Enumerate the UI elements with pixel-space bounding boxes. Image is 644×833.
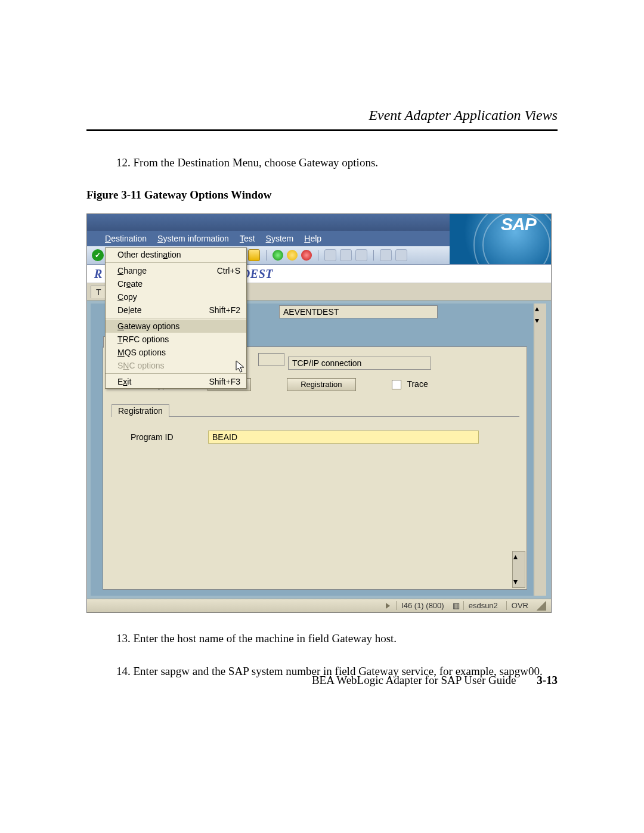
- trace-checkbox[interactable]: [392, 380, 401, 389]
- status-mode: OVR: [506, 601, 533, 610]
- find-icon[interactable]: [340, 249, 352, 261]
- menu-item-snc-options: SNC options: [106, 359, 246, 372]
- destination-field[interactable]: AEVENTDEST: [279, 305, 438, 318]
- header-rule: [86, 129, 558, 131]
- shortcut-icon[interactable]: [395, 249, 407, 261]
- program-id-field[interactable]: BEAID: [208, 431, 479, 444]
- footer-doc-title: BEA WebLogic Adapter for SAP User Guide: [312, 674, 516, 686]
- panel-scroll-down-icon[interactable]: ▾: [513, 577, 524, 587]
- menu-help[interactable]: Help: [304, 234, 321, 243]
- status-layout-icon[interactable]: ▥: [453, 601, 460, 610]
- destination-field-row: AEVENTDEST: [279, 305, 438, 318]
- menu-item-create[interactable]: Create: [106, 277, 246, 290]
- vertical-scrollbar[interactable]: ▴ ▾: [534, 304, 546, 596]
- destination-menu-dropdown: Other destination Change Ctrl+S Create C…: [105, 247, 247, 389]
- resize-grip-icon[interactable]: [537, 601, 546, 611]
- back-icon[interactable]: [273, 250, 283, 261]
- cancel-icon[interactable]: [301, 250, 312, 261]
- figure-caption: Figure 3-11 Gateway Options Window: [86, 188, 558, 202]
- exit-icon[interactable]: [287, 250, 298, 261]
- panel-scroll-up-icon[interactable]: ▴: [513, 552, 524, 562]
- sap-logo-text: SAP: [501, 214, 536, 234]
- scroll-up-icon[interactable]: ▴: [535, 304, 546, 314]
- menu-test[interactable]: Test: [240, 234, 255, 243]
- window-titlebar: SAP: [87, 214, 551, 231]
- menu-item-delete[interactable]: Delete Shift+F2: [106, 304, 246, 317]
- menu-system-information[interactable]: System information: [157, 234, 229, 243]
- program-id-label: Program ID: [131, 432, 208, 442]
- registration-tab[interactable]: Registration: [112, 404, 169, 417]
- sap-screenshot: SAP Destination System information Test …: [86, 213, 552, 613]
- page-footer: BEA WebLogic Adapter for SAP User Guide …: [312, 674, 558, 687]
- menu-item-change[interactable]: Change Ctrl+S: [106, 264, 246, 277]
- sap-logo-area: SAP: [450, 214, 551, 264]
- menu-system[interactable]: System: [266, 234, 294, 243]
- menu-item-mqs-options[interactable]: MQS options: [106, 346, 246, 359]
- menu-item-trfc-options[interactable]: TRFC options: [106, 333, 246, 346]
- registration-button[interactable]: Registration: [287, 378, 355, 391]
- connection-type-field[interactable]: TCP/IP connection: [288, 357, 431, 370]
- footer-page-number: 3-13: [537, 674, 558, 686]
- step-13: 13. Enter the host name of the machine i…: [116, 631, 558, 646]
- menu-item-exit[interactable]: Exit Shift+F3: [106, 375, 246, 388]
- page-header-title: Event Adapter Application Views: [86, 107, 558, 123]
- menu-item-copy[interactable]: Copy: [106, 290, 246, 304]
- cursor-icon: [236, 360, 246, 374]
- connection-type-code-field[interactable]: [258, 353, 284, 366]
- trace-label: Trace: [407, 379, 428, 389]
- status-expand-icon[interactable]: [386, 603, 390, 609]
- secondary-tab[interactable]: T: [91, 286, 107, 298]
- status-session: I46 (1) (800): [396, 601, 449, 610]
- scroll-down-icon[interactable]: ▾: [535, 315, 546, 326]
- menu-item-other-destination[interactable]: Other destination: [106, 248, 246, 261]
- menu-destination[interactable]: Destination: [105, 234, 147, 243]
- find-next-icon[interactable]: [355, 249, 367, 261]
- save-icon[interactable]: [248, 249, 260, 261]
- step-12: 12. From the Destination Menu, choose Ga…: [116, 155, 558, 171]
- panel-scrollbar[interactable]: ▴ ▾: [512, 551, 525, 588]
- print-icon[interactable]: [324, 249, 336, 261]
- menu-item-gateway-options[interactable]: Gateway options: [106, 320, 246, 333]
- enter-icon[interactable]: ✓: [92, 249, 104, 261]
- statusbar: I46 (1) (800) ▥ esdsun2 OVR: [87, 599, 551, 612]
- status-host: esdsun2: [463, 601, 503, 610]
- new-session-icon[interactable]: [380, 249, 392, 261]
